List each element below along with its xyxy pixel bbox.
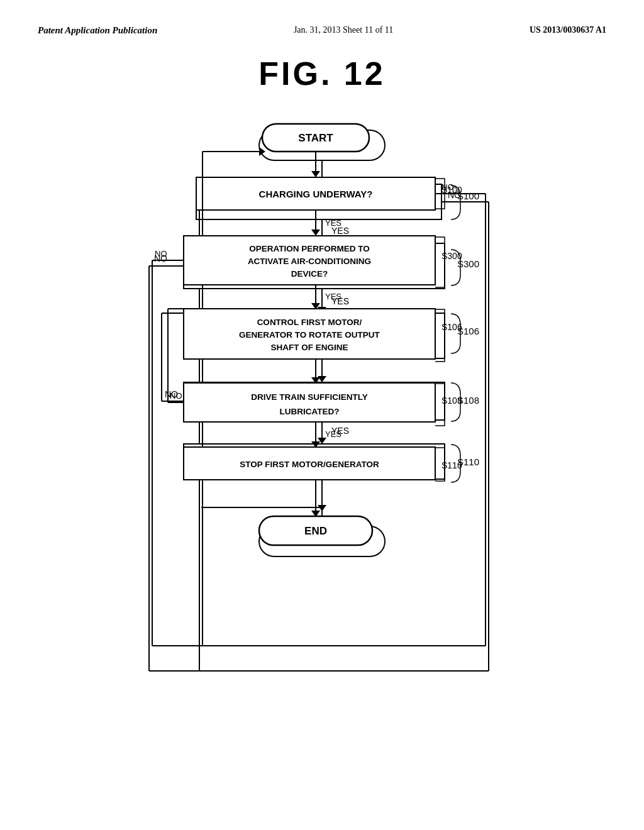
svg-text:CHARGING UNDERWAY?: CHARGING UNDERWAY? xyxy=(259,189,373,199)
svg-text:NO: NO xyxy=(170,391,182,401)
svg-text:SHAFT OF ENGINE: SHAFT OF ENGINE xyxy=(270,343,348,352)
svg-text:YES: YES xyxy=(325,218,341,228)
svg-text:DRIVE TRAIN SUFFICIENTLY: DRIVE TRAIN SUFFICIENTLY xyxy=(251,392,368,402)
svg-text:DEVICE?: DEVICE? xyxy=(291,269,328,279)
svg-text:GENERATOR TO ROTATE OUTPUT: GENERATOR TO ROTATE OUTPUT xyxy=(239,330,380,340)
svg-marker-61 xyxy=(311,171,320,177)
svg-text:LUBRICATED?: LUBRICATED? xyxy=(280,407,340,416)
svg-text:NO: NO xyxy=(155,249,167,258)
publication-label: Patent Application Publication xyxy=(38,25,157,36)
svg-text:END: END xyxy=(304,525,327,537)
svg-marker-72 xyxy=(311,230,320,236)
svg-text:NO: NO xyxy=(441,182,454,192)
svg-text:STOP FIRST MOTOR/GENERATOR: STOP FIRST MOTOR/GENERATOR xyxy=(240,460,379,469)
patent-number: US 2013/0030637 A1 xyxy=(530,25,606,35)
svg-text:OPERATION PERFORMED TO: OPERATION PERFORMED TO xyxy=(249,244,370,253)
figure-title: FIG. 12 xyxy=(38,55,606,92)
page: Patent Application Publication Jan. 31, … xyxy=(0,0,644,830)
header: Patent Application Publication Jan. 31, … xyxy=(38,25,606,36)
svg-text:YES: YES xyxy=(325,429,341,439)
svg-text:YES: YES xyxy=(325,292,341,301)
svg-text:ACTIVATE AIR-CONDITIONING: ACTIVATE AIR-CONDITIONING xyxy=(248,257,371,266)
svg-text:CONTROL FIRST MOTOR/: CONTROL FIRST MOTOR/ xyxy=(257,318,362,327)
svg-text:START: START xyxy=(298,132,333,144)
sheet-info: Jan. 31, 2013 Sheet 11 of 11 xyxy=(294,25,393,35)
